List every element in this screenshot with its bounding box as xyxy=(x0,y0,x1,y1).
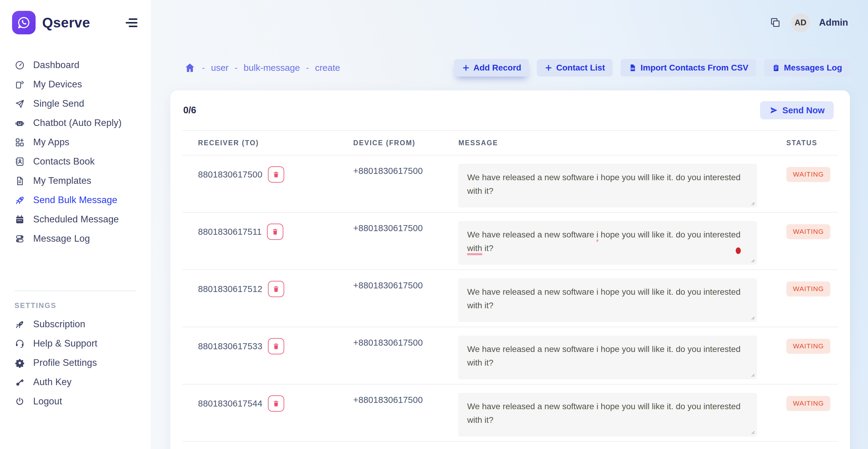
send-plane-icon xyxy=(769,106,778,115)
receiver-number: 8801830617511 xyxy=(198,227,261,237)
status-badge: WAITING xyxy=(786,282,830,296)
resize-handle-icon[interactable] xyxy=(751,373,755,377)
table-row: 8801830617511 +8801830617500 We have rel… xyxy=(182,213,838,270)
sidebar-item-label: Send Bulk Message xyxy=(33,195,117,205)
avatar[interactable]: AD xyxy=(791,13,810,32)
status-badge: WAITING xyxy=(786,396,830,411)
trash-icon xyxy=(272,399,280,408)
clipboard-icon xyxy=(772,64,780,72)
sidebar-item-subscription[interactable]: Subscription xyxy=(0,315,151,334)
resize-handle-icon[interactable] xyxy=(751,316,755,320)
message-text: We have released a new software i hope y… xyxy=(467,287,741,310)
breadcrumb-bulk-message[interactable]: bulk-message xyxy=(244,63,300,73)
add-record-button[interactable]: Add Record xyxy=(454,59,529,76)
rocket-icon xyxy=(14,195,25,205)
message-textarea[interactable]: We have released a new software i hope y… xyxy=(458,279,757,322)
sidebar-item-label: Contacts Book xyxy=(33,156,95,167)
trash-icon xyxy=(271,228,279,236)
hamburger-menu-icon[interactable] xyxy=(124,17,137,29)
sidebar-item-logout[interactable]: Logout xyxy=(0,392,151,411)
topbar: AD Admin xyxy=(151,0,868,45)
sidebar: Qserve Dashboard My Devices Single Send … xyxy=(0,0,151,449)
breadcrumb: - user - bulk-message - create xyxy=(184,62,340,74)
delete-row-button[interactable] xyxy=(268,395,284,412)
add-record-label: Add Record xyxy=(473,63,521,73)
message-text: We have released a new software i hope y… xyxy=(467,173,741,196)
delete-row-button[interactable] xyxy=(268,338,284,354)
headset-icon xyxy=(14,339,25,349)
message-textarea[interactable]: We have released a new software i hope y… xyxy=(458,221,757,264)
sidebar-item-label: Single Send xyxy=(33,98,84,109)
copy-icon[interactable] xyxy=(768,16,782,30)
power-icon xyxy=(14,396,25,407)
breadcrumb-user[interactable]: user xyxy=(211,63,228,73)
sidebar-item-label: Chatbot (Auto Reply) xyxy=(33,118,121,128)
message-textarea[interactable]: We have released a new software i hope y… xyxy=(458,336,757,379)
device-number: +8801830617500 xyxy=(353,221,458,233)
bulk-message-card: 0/6 Send Now RECEIVER (TO) DEVICE (FROM)… xyxy=(170,90,850,449)
spellcheck-underline: i xyxy=(596,230,598,242)
robot-icon xyxy=(14,118,25,128)
sidebar-item-scheduled-message[interactable]: Scheduled Message xyxy=(0,210,151,229)
sidebar-item-send-bulk-message[interactable]: Send Bulk Message xyxy=(0,190,151,210)
sidebar-item-label: Scheduled Message xyxy=(33,214,119,225)
sidebar-item-label: My Apps xyxy=(33,137,69,148)
sidebar-item-my-devices[interactable]: My Devices xyxy=(0,75,151,94)
rocket-filled-icon xyxy=(14,319,25,330)
message-text: We have released a new software i hope y… xyxy=(467,345,741,367)
toolbar-row: - user - bulk-message - create Add Recor… xyxy=(151,45,868,90)
delete-row-button[interactable] xyxy=(268,281,284,297)
logo-row: Qserve xyxy=(0,0,151,34)
delete-row-button[interactable] xyxy=(267,224,283,240)
receiver-number: 8801830617544 xyxy=(198,399,262,409)
whatsapp-logo-icon xyxy=(12,11,36,34)
sidebar-item-message-log[interactable]: Message Log xyxy=(0,229,151,248)
sidebar-item-help-support[interactable]: Help & Support xyxy=(0,334,151,353)
sidebar-item-chatbot[interactable]: Chatbot (Auto Reply) xyxy=(0,113,151,133)
paper-plane-icon xyxy=(14,99,25,109)
resize-handle-icon[interactable] xyxy=(751,430,755,435)
message-textarea[interactable]: We have released a new software i hope y… xyxy=(458,164,757,207)
receiver-number: 8801830617533 xyxy=(198,342,262,351)
key-icon xyxy=(14,377,25,387)
csv-file-icon xyxy=(628,64,637,72)
sidebar-item-label: My Devices xyxy=(33,79,82,90)
device-number: +8801830617500 xyxy=(353,279,458,290)
breadcrumb-create[interactable]: create xyxy=(315,63,340,73)
resize-handle-icon[interactable] xyxy=(751,259,755,263)
apps-grid-icon xyxy=(14,137,25,148)
sidebar-item-contacts-book[interactable]: Contacts Book xyxy=(0,152,151,171)
sidebar-item-my-apps[interactable]: My Apps xyxy=(0,133,151,152)
import-csv-button[interactable]: Import Contacts From CSV xyxy=(621,59,756,76)
breadcrumb-separator: - xyxy=(306,63,309,73)
main-area: AD Admin - user - bulk-message - create … xyxy=(151,0,868,449)
sidebar-item-label: Dashboard xyxy=(33,60,79,70)
plus-icon xyxy=(545,64,553,72)
sidebar-item-single-send[interactable]: Single Send xyxy=(0,94,151,113)
status-badge: WAITING xyxy=(786,224,830,239)
contact-list-button[interactable]: Contact List xyxy=(537,59,613,76)
send-now-button[interactable]: Send Now xyxy=(760,101,834,119)
sidebar-divider xyxy=(14,290,136,291)
card-header: 0/6 Send Now xyxy=(182,90,838,131)
send-now-label: Send Now xyxy=(782,105,825,116)
sidebar-item-label: Profile Settings xyxy=(33,357,97,368)
device-number: +8801830617500 xyxy=(353,164,458,176)
receiver-number: 8801830617500 xyxy=(198,170,262,180)
gear-icon xyxy=(14,358,25,368)
sidebar-item-my-templates[interactable]: My Templates xyxy=(0,171,151,190)
messages-log-button[interactable]: Messages Log xyxy=(764,59,850,76)
home-icon[interactable] xyxy=(184,62,196,74)
table-header: RECEIVER (TO) DEVICE (FROM) MESSAGE STAT… xyxy=(182,131,838,156)
toolbar-actions: Add Record Contact List Import Contacts … xyxy=(454,59,850,76)
column-header-receiver: RECEIVER (TO) xyxy=(182,139,353,147)
sidebar-item-label: Logout xyxy=(33,396,62,407)
sidebar-item-dashboard[interactable]: Dashboard xyxy=(0,56,151,75)
sidebar-item-profile-settings[interactable]: Profile Settings xyxy=(0,353,151,373)
resize-handle-icon[interactable] xyxy=(751,201,755,205)
devices-icon xyxy=(14,79,25,90)
status-badge: WAITING xyxy=(786,339,830,354)
message-textarea[interactable]: We have released a new software i hope y… xyxy=(458,393,757,436)
sidebar-item-auth-key[interactable]: Auth Key xyxy=(0,373,151,392)
delete-row-button[interactable] xyxy=(268,166,284,183)
